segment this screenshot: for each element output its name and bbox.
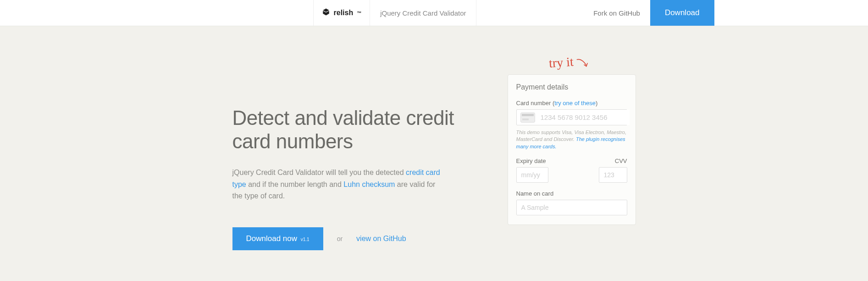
payment-form: Payment details Card number (try one of … xyxy=(508,74,636,225)
name-input[interactable] xyxy=(516,200,627,215)
card-number-field-wrap xyxy=(516,109,627,125)
top-nav: relish™ jQuery Credit Card Validator For… xyxy=(0,0,868,26)
demo-hint: This demo supports Visa, Visa Electron, … xyxy=(516,129,627,150)
cvv-input[interactable] xyxy=(599,167,627,183)
brand-link[interactable]: relish™ xyxy=(313,0,370,26)
download-now-button[interactable]: Download now v1.1 xyxy=(232,227,323,250)
download-nav-button[interactable]: Download xyxy=(650,0,714,26)
product-label[interactable]: jQuery Credit Card Validator xyxy=(370,0,476,26)
lead-paragraph: jQuery Credit Card Validator will tell y… xyxy=(232,167,443,202)
try-one-link[interactable]: try one of these xyxy=(554,100,596,107)
page-title: Detect and validate credit card numbers xyxy=(232,107,480,153)
fork-github-link[interactable]: Fork on GitHub xyxy=(583,0,650,26)
hero-section: Detect and validate credit card numbers … xyxy=(232,74,480,250)
or-text: or xyxy=(337,235,343,242)
credit-card-icon xyxy=(520,112,535,123)
expiry-label: Expiry date xyxy=(516,157,548,164)
card-number-input[interactable] xyxy=(539,110,630,125)
arrow-icon xyxy=(575,52,590,69)
card-number-label: Card number (try one of these) xyxy=(516,100,627,107)
try-it-callout: try it xyxy=(548,52,590,71)
form-title: Payment details xyxy=(516,83,627,91)
cvv-label: CVV xyxy=(599,157,627,164)
cube-icon xyxy=(322,8,330,18)
expiry-input[interactable] xyxy=(516,167,548,183)
brand-label: relish xyxy=(334,9,354,17)
luhn-checksum-link[interactable]: Luhn checksum xyxy=(343,180,395,188)
name-label: Name on card xyxy=(516,190,627,197)
version-label: v1.1 xyxy=(301,237,310,242)
view-github-link[interactable]: view on GitHub xyxy=(356,235,406,243)
